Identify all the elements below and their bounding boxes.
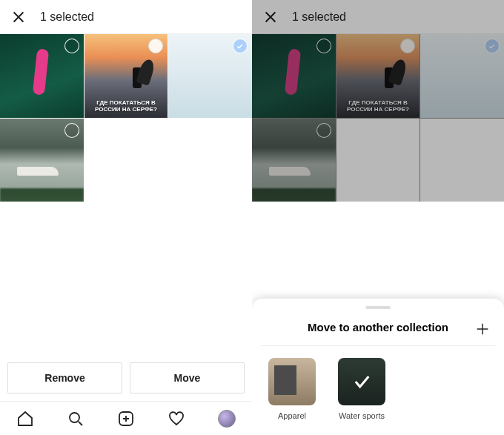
collection-apparel[interactable]: Apparel: [265, 358, 319, 420]
pane-move-sheet: 1 selected ГДЕ ПОКАТАТЬСЯ В РОССИИ НА СЕ…: [252, 0, 504, 435]
thumbnail-caption: ГДЕ ПОКАТАТЬСЯ В РОССИИ НА СЕРФЕ?: [84, 99, 168, 113]
bottom-sheet: Move to another collection Apparel Water…: [252, 299, 504, 435]
header: 1 selected: [0, 0, 252, 34]
profile-avatar[interactable]: [218, 410, 236, 428]
tab-bar: [0, 401, 252, 435]
thumbnail-selected[interactable]: [168, 34, 252, 118]
move-button[interactable]: Move: [130, 362, 245, 394]
grabber-icon[interactable]: [365, 306, 391, 309]
home-icon[interactable]: [16, 410, 34, 428]
new-post-icon[interactable]: [117, 410, 135, 428]
remove-button[interactable]: Remove: [7, 362, 122, 394]
pane-selection: 1 selected ГДЕ ПОКАТАТЬСЯ В РОССИИ НА СЕ…: [0, 0, 252, 435]
add-collection-icon[interactable]: [474, 321, 491, 337]
search-icon[interactable]: [67, 410, 84, 428]
thumbnail-grid: ГДЕ ПОКАТАТЬСЯ В РОССИИ НА СЕРФЕ?: [0, 34, 252, 202]
collections-row: Apparel Water sports: [261, 346, 495, 423]
thumbnail[interactable]: ГДЕ ПОКАТАТЬСЯ В РОССИИ НА СЕРФЕ?: [84, 34, 168, 118]
multi-icon[interactable]: [148, 39, 163, 53]
select-circle-icon[interactable]: [64, 39, 79, 53]
collection-water-sports[interactable]: Water sports: [335, 358, 388, 420]
checkmark-icon[interactable]: [233, 39, 248, 53]
sheet-title: Move to another collection: [308, 321, 448, 335]
header-title: 1 selected: [40, 10, 94, 24]
empty-cell: [168, 119, 252, 202]
collection-label: Water sports: [339, 411, 385, 420]
close-icon[interactable]: [10, 9, 27, 25]
thumbnail[interactable]: [0, 34, 84, 118]
thumbnail[interactable]: [0, 119, 84, 202]
collection-label: Apparel: [278, 411, 306, 420]
empty-cell: [84, 119, 168, 202]
select-circle-icon[interactable]: [64, 123, 79, 138]
sheet-header: Move to another collection: [261, 316, 495, 346]
svg-point-0: [70, 413, 79, 422]
activity-icon[interactable]: [168, 410, 185, 428]
collection-thumb-selected: [338, 358, 385, 405]
collection-thumb: [268, 358, 316, 405]
action-row: Remove Move: [0, 355, 252, 401]
